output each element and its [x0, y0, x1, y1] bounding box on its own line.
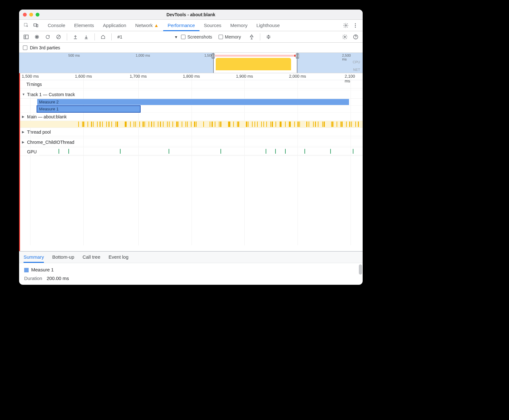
dim-3rd-parties-row: Dim 3rd parties — [19, 43, 363, 53]
overview-timeline[interactable]: 500 ms1,000 ms1,500 ms2,000 ms2,500 ms ┃… — [19, 53, 363, 73]
tab-network[interactable]: Network▲ — [131, 20, 163, 31]
dim-3rd-parties-checkbox[interactable] — [23, 46, 27, 50]
tab-elements[interactable]: Elements — [70, 20, 99, 31]
details-tab-bottom-up[interactable]: Bottom-up — [52, 251, 74, 263]
ruler-tick: 1,800 ms — [183, 74, 200, 79]
inspect-element-icon[interactable] — [22, 21, 31, 30]
details-tab-summary[interactable]: Summary — [24, 251, 44, 263]
main-thread-lane[interactable] — [20, 121, 363, 128]
tab-performance[interactable]: Performance — [163, 20, 199, 31]
ruler-tick: 2,000 ms — [289, 74, 306, 79]
toggle-panel-icon[interactable] — [22, 32, 31, 41]
recording-selector[interactable]: #1▾ — [115, 33, 179, 41]
tab-memory[interactable]: Memory — [226, 20, 252, 31]
summary-title: Measure 1 — [31, 267, 54, 272]
clear-icon[interactable] — [54, 32, 63, 41]
svg-point-3 — [345, 24, 347, 26]
tab-console[interactable]: Console — [43, 20, 70, 31]
ruler-tick: 1,600 ms — [75, 74, 92, 79]
disclosure-closed-icon: ▶ — [22, 115, 25, 118]
summary-duration-row: Duration200.00 ms — [24, 276, 358, 281]
home-icon[interactable] — [99, 32, 108, 41]
window-title: DevTools - about:blank — [19, 12, 363, 17]
record-icon[interactable] — [32, 32, 41, 41]
reload-icon[interactable] — [43, 32, 52, 41]
tab-application[interactable]: Application — [99, 20, 131, 31]
bar-measure-1[interactable]: Measure 1 — [37, 106, 140, 112]
warning-icon: ▲ — [154, 23, 159, 28]
tab-lighthouse[interactable]: Lighthouse — [252, 20, 284, 31]
capture-settings-icon[interactable] — [340, 32, 349, 41]
download-icon[interactable] — [82, 32, 91, 41]
svg-point-10 — [36, 36, 38, 38]
gc-icon[interactable] — [247, 32, 256, 41]
time-ruler: 1,500 ms1,600 ms1,700 ms1,800 ms1,900 ms… — [20, 73, 363, 80]
help-icon[interactable] — [351, 32, 360, 41]
details-panel: Summary Bottom-up Call tree Event log Me… — [19, 251, 363, 285]
summary-color-swatch — [24, 268, 29, 272]
gpu-lane[interactable] — [39, 148, 363, 155]
svg-point-6 — [355, 26, 356, 27]
devtools-window: DevTools - about:blank Console Elements … — [19, 10, 363, 285]
main-tabstrip: Console Elements Application Network▲ Pe… — [19, 20, 363, 31]
bar-measure-2[interactable]: Measure 2 — [37, 99, 349, 105]
flamechart-area[interactable]: 1,500 ms1,600 ms1,700 ms1,800 ms1,900 ms… — [19, 73, 363, 251]
device-toolbar-icon[interactable] — [31, 21, 41, 30]
perf-toolbar: #1▾ Screenshots Memory — [19, 31, 363, 43]
ruler-tick: 1,900 ms — [236, 74, 253, 79]
screenshots-checkbox[interactable]: Screenshots — [181, 34, 212, 39]
disclosure-closed-icon: ▶ — [22, 130, 25, 134]
details-tab-call-tree[interactable]: Call tree — [82, 251, 100, 263]
svg-point-17 — [355, 38, 356, 38]
svg-line-12 — [57, 36, 60, 38]
memory-checkbox[interactable]: Memory — [219, 34, 241, 39]
ruler-tick: 1,700 ms — [130, 74, 147, 79]
svg-point-4 — [355, 23, 356, 24]
upload-icon[interactable] — [71, 32, 80, 41]
details-tab-event-log[interactable]: Event log — [108, 251, 129, 263]
shortcuts-icon[interactable] — [264, 32, 273, 41]
overview-handle-left[interactable]: ┃┃ — [212, 53, 215, 59]
svg-point-5 — [355, 25, 356, 26]
details-scrollbar[interactable] — [359, 264, 362, 275]
summary-title-row: Measure 1 — [24, 267, 358, 272]
svg-point-15 — [344, 36, 346, 38]
recording-label: #1 — [117, 34, 122, 39]
overview-tick: 1,000 ms — [136, 53, 150, 57]
disclosure-open-icon: ▼ — [22, 93, 25, 96]
svg-rect-7 — [24, 35, 28, 39]
chevron-down-icon: ▾ — [175, 34, 177, 39]
svg-rect-2 — [37, 24, 38, 27]
overview-handle-right[interactable]: ┃┃ — [296, 53, 299, 59]
overview-cpu-label: CPU — [353, 60, 360, 64]
settings-icon[interactable] — [341, 21, 351, 30]
overview-tick: 500 ms — [68, 53, 80, 57]
more-icon[interactable] — [351, 21, 360, 30]
disclosure-closed-icon: ▶ — [22, 140, 25, 144]
tab-sources[interactable]: Sources — [199, 20, 226, 31]
dim-3rd-parties-label: Dim 3rd parties — [30, 45, 60, 50]
ruler-tick: 1,500 ms — [22, 74, 39, 79]
overview-net-label: NET — [353, 67, 360, 72]
ruler-tick: 2,100 ms — [345, 74, 357, 83]
titlebar: DevTools - about:blank — [19, 10, 363, 20]
